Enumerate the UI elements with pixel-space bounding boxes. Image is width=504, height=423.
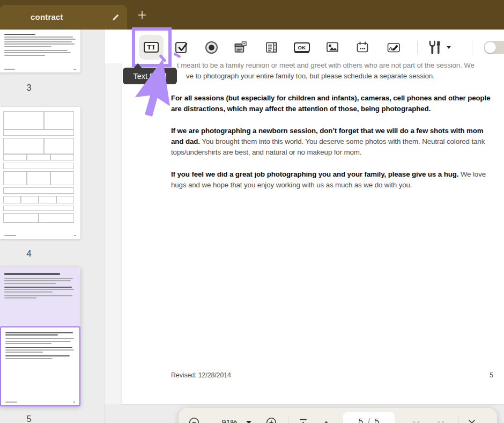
total-pages-value: 5 <box>375 417 379 423</box>
radio-button-icon <box>205 41 218 54</box>
zoom-menu-button[interactable] <box>246 421 251 423</box>
image-field-button[interactable] <box>322 37 343 58</box>
thumb-line <box>5 358 53 359</box>
doc-text-line: If you feel we did a great job photograp… <box>171 170 486 178</box>
document-tab-title: contract <box>31 12 63 21</box>
rename-button[interactable] <box>110 12 120 22</box>
form-cell <box>39 213 74 223</box>
previous-page-button[interactable] <box>320 417 332 423</box>
go-to-last-page-button-disabled[interactable] <box>435 417 447 423</box>
thumb-line <box>5 332 73 333</box>
thumb-line <box>5 349 74 351</box>
push-button-field-button[interactable]: OK <box>291 37 313 58</box>
doc-text-line: hugs and we hope that you enjoy working … <box>171 181 412 189</box>
form-cell <box>44 138 74 154</box>
doc-text-line: If we are photographing a newborn sessio… <box>171 127 484 135</box>
form-cell <box>50 154 74 161</box>
form-cell <box>44 111 74 129</box>
title-bar: contract <box>0 0 504 30</box>
next-page-button-disabled[interactable] <box>410 417 422 423</box>
new-tab-button[interactable] <box>137 10 147 20</box>
form-cell <box>3 171 27 185</box>
doc-text-line: ve to photograph your entire family too,… <box>186 72 435 80</box>
radio-button-field-button[interactable] <box>201 37 222 58</box>
thumb-line <box>5 347 72 348</box>
thumb-line <box>5 341 71 342</box>
thumbnail-page-3[interactable] <box>0 30 80 72</box>
form-cell <box>3 163 74 169</box>
toggle-knob <box>485 42 496 53</box>
form-cell <box>27 171 50 185</box>
thumb-line <box>4 280 71 281</box>
page-navigation-dock: 91% 5 / 5 <box>179 408 497 423</box>
thumb-line <box>4 287 72 288</box>
thumbnail-footer <box>4 69 76 70</box>
thumb-line <box>5 343 51 344</box>
form-cell <box>3 129 74 136</box>
page-indicator[interactable]: 5 / 5 <box>343 412 395 423</box>
thumb-line <box>4 291 53 293</box>
thumb-line <box>4 34 35 35</box>
thumb-line <box>5 402 17 403</box>
doc-text-line: tops/undershirts are best, and natural o… <box>171 148 361 156</box>
form-cell <box>3 206 74 211</box>
thumb-line <box>4 295 72 296</box>
thumb-line <box>4 273 60 275</box>
signature-icon <box>387 40 401 54</box>
form-cell <box>3 213 39 223</box>
thumb-line <box>4 278 73 279</box>
thumb-line <box>4 289 74 290</box>
thumb-line <box>5 355 70 356</box>
page-number-label: 4 <box>0 249 58 259</box>
thumb-line <box>73 402 75 403</box>
form-tools-menu-button[interactable] <box>424 37 453 58</box>
thumbnail-page-4[interactable]: Start typing! <box>0 107 80 239</box>
thumb-line <box>74 235 76 236</box>
form-cell <box>27 154 50 161</box>
close-icon <box>468 419 476 423</box>
page-number-label: 5 <box>0 414 58 423</box>
ok-button-icon: OK <box>294 42 310 52</box>
thumbnail-content <box>0 267 80 326</box>
thumb-line <box>5 338 74 339</box>
thumbnail-panel: 3 Start typing! 4 <box>0 30 105 423</box>
thumb-line <box>4 283 56 284</box>
viewport-indicator[interactable] <box>0 326 80 406</box>
dock-separator <box>288 416 288 423</box>
zoom-level-value: 91% <box>217 417 242 423</box>
thumb-line <box>73 69 76 70</box>
signature-field-button[interactable] <box>383 37 404 58</box>
date-field-button[interactable] <box>352 37 373 58</box>
close-dock-button[interactable] <box>466 417 478 423</box>
thumb-line <box>4 52 71 53</box>
dock-separator <box>458 416 458 423</box>
form-cell <box>50 171 74 185</box>
combo-box-field-button[interactable] <box>229 37 251 58</box>
thumb-line <box>4 39 76 40</box>
toolbar-separator <box>472 41 472 54</box>
viewport-gutter <box>105 30 122 404</box>
preview-toggle[interactable] <box>484 41 504 54</box>
doc-footer-revised: Revised: 12/28/2014 <box>171 371 231 379</box>
thumb-line <box>5 352 43 353</box>
doc-footer-page-number: 5 <box>490 371 493 379</box>
doc-text-line: For all sessions (but especially for chi… <box>171 94 490 102</box>
jump-to-top-icon <box>298 418 308 423</box>
form-cell <box>56 196 74 203</box>
calendar-icon <box>355 40 369 54</box>
document-tab[interactable]: contract <box>0 5 127 30</box>
zoom-out-button[interactable] <box>188 417 200 423</box>
thumbnail-page-5-selected[interactable] <box>0 267 80 406</box>
list-box-field-button[interactable] <box>261 37 282 58</box>
thumbnail-content <box>0 34 80 56</box>
doc-text-line: are distractions, which may affect the a… <box>171 105 431 113</box>
thumb-line <box>4 69 15 70</box>
thumb-line <box>4 41 72 42</box>
form-cell <box>3 187 74 194</box>
doc-text-line: and dad. You brought them into this worl… <box>171 137 485 145</box>
pencil-icon <box>112 13 120 21</box>
zoom-in-button[interactable] <box>265 417 277 423</box>
form-cell <box>39 196 56 203</box>
go-to-first-page-button[interactable] <box>297 417 309 423</box>
thumb-line <box>4 43 75 45</box>
